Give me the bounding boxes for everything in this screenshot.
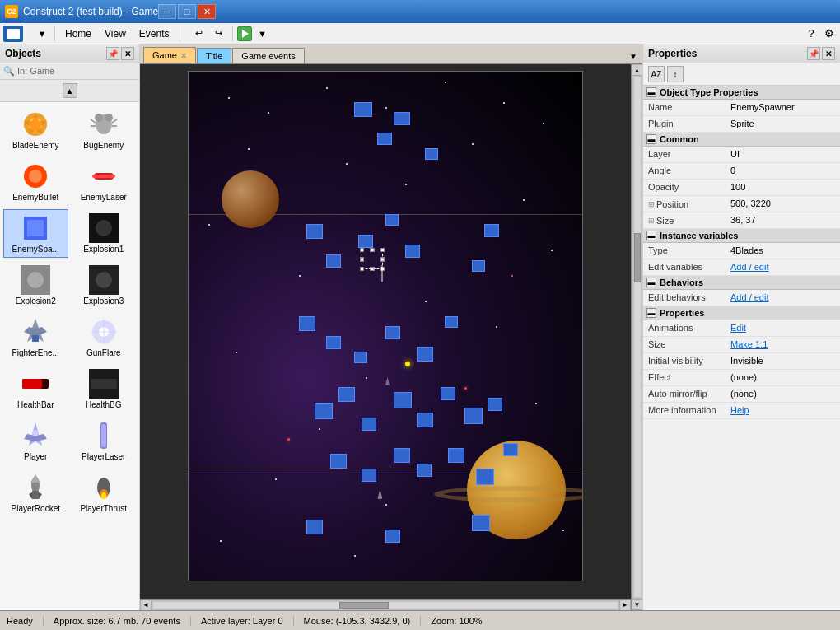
status-layer-text: Active layer: Layer 0 (201, 616, 283, 626)
tab-game[interactable]: Game ✕ (143, 47, 196, 63)
run-button[interactable] (237, 26, 252, 41)
redo-button[interactable]: ↪ (210, 25, 228, 43)
blue-block (394, 448, 410, 463)
section-behaviors[interactable]: ▬ Behaviors (643, 276, 840, 290)
settings-icon[interactable]: ⚙ (822, 26, 837, 41)
vscroll-thumb[interactable] (634, 233, 641, 282)
app-logo (3, 26, 23, 42)
hscroll-left-arrow[interactable]: ◄ (140, 600, 152, 611)
explosion3-label: Explosion3 (83, 296, 124, 306)
svg-rect-13 (92, 175, 115, 178)
props-sort-cat-button[interactable]: ↕ (667, 66, 684, 82)
object-item-playerlaser[interactable]: PlayerLaser (72, 417, 137, 465)
status-size-info: Approx. size: 6.7 mb. 70 events (44, 616, 191, 626)
tab-gameevents-label: Game events (241, 51, 295, 61)
prop-moreinfo-link[interactable]: Help (726, 403, 840, 418)
blue-block (385, 326, 400, 339)
healthbar-label: HealthBar (17, 400, 54, 409)
prop-position-row: ⊞ Position 500, 3220 (643, 196, 840, 212)
maximize-button[interactable]: □ (178, 4, 196, 19)
blue-block (326, 336, 341, 349)
blue-block (326, 254, 341, 268)
object-item-explosion3[interactable]: Explosion3 (72, 261, 137, 310)
object-item-playerthrust[interactable]: PlayerThrust (72, 469, 137, 517)
section-properties[interactable]: ▬ Properties (643, 306, 840, 320)
run-dropdown-button[interactable]: ▼ (254, 25, 272, 43)
planet-brown (222, 170, 279, 228)
prop-animations-link[interactable]: Edit (726, 320, 840, 336)
object-item-fighterenemy[interactable]: FighterEne... (3, 313, 68, 362)
props-pin-button[interactable]: 📌 (807, 47, 820, 60)
object-item-gunflare[interactable]: GunFlare (72, 313, 137, 362)
section-collapse-btn[interactable]: ▬ (646, 278, 656, 287)
hscroll-thumb[interactable] (339, 602, 389, 609)
tab-game-events[interactable]: Game events (232, 48, 304, 63)
undo-button[interactable]: ↩ (190, 25, 208, 43)
props-close-button[interactable]: ✕ (822, 47, 835, 60)
objects-close-button[interactable]: ✕ (121, 47, 134, 60)
object-item-bugenemy[interactable]: BugEnemy (72, 105, 137, 154)
blue-block (425, 148, 438, 160)
svg-marker-44 (39, 492, 42, 499)
object-item-enemylaser[interactable]: EnemyLaser (72, 157, 137, 206)
bugenemy-label: BugEnemy (83, 141, 124, 150)
svg-line-8 (112, 119, 117, 123)
section-object-type-props[interactable]: ▬ Object Type Properties (643, 86, 840, 100)
prop-size-prop-link[interactable]: Make 1:1 (726, 337, 840, 352)
object-item-explosion2[interactable]: Explosion2 (3, 261, 68, 310)
menu-home[interactable]: Home (58, 26, 98, 42)
svg-rect-31 (22, 379, 42, 389)
blue-block (362, 418, 376, 431)
dropdown-arrow-button[interactable]: ▼ (33, 25, 51, 43)
object-item-player[interactable]: Player (3, 417, 68, 465)
prop-mirror-key: Auto mirror/flip (643, 386, 726, 402)
prop-editbehaviors-link[interactable]: Add / edit (726, 290, 840, 306)
svg-point-17 (96, 220, 112, 236)
props-sort-alpha-button[interactable]: AZ (648, 66, 665, 82)
game-canvas-area[interactable] (140, 64, 631, 599)
section-common[interactable]: ▬ Common (643, 133, 840, 147)
enemyspawner-label: EnemySpa... (12, 245, 59, 254)
canvas-vscroll: ▲ ▼ (631, 64, 642, 610)
section-instance-vars[interactable]: ▬ Instance variables (643, 229, 840, 243)
tab-title[interactable]: Title (197, 48, 231, 63)
object-item-enemybullet[interactable]: EnemyBullet (3, 157, 68, 206)
hscroll-track[interactable] (153, 602, 618, 609)
object-item-healthbar[interactable]: HealthBar (3, 365, 68, 413)
object-item-playerrocket[interactable]: PlayerRocket (3, 469, 68, 517)
properties-panel: Properties 📌 ✕ AZ ↕ ▬ Object Type Proper… (642, 44, 840, 610)
section-collapse-btn[interactable]: ▬ (646, 308, 656, 318)
object-item-enemyspawner[interactable]: EnemySpa... (3, 209, 68, 258)
help-icon[interactable]: ? (804, 26, 819, 41)
tab-game-close[interactable]: ✕ (180, 51, 187, 60)
objects-pin-button[interactable]: 📌 (106, 47, 119, 60)
object-item-healthbg[interactable]: HealthBG (72, 365, 137, 413)
prop-editvars-link[interactable]: Add / edit (726, 259, 840, 275)
gunflare-label: GunFlare (86, 348, 121, 357)
playerthrust-icon (89, 473, 119, 502)
section-collapse-btn[interactable]: ▬ (646, 231, 656, 240)
gunflare-icon (89, 317, 119, 347)
vscroll-up-arrow[interactable]: ▲ (632, 64, 643, 76)
vscroll-track[interactable] (634, 77, 641, 597)
prop-name-row: Name EnemySpawner (643, 100, 840, 116)
prop-position-value: 500, 3220 (726, 196, 840, 212)
blue-block (394, 112, 410, 125)
section-behaviors-label: Behaviors (660, 278, 703, 287)
menu-events[interactable]: Events (133, 26, 176, 42)
object-item-explosion1[interactable]: Explosion1 (72, 209, 137, 258)
minimize-button[interactable]: ─ (158, 4, 176, 19)
blue-block (488, 398, 502, 411)
prop-size-prop-row: Size Make 1:1 (643, 337, 840, 353)
close-button[interactable]: ✕ (198, 4, 216, 19)
objects-up-button[interactable]: ▲ (63, 83, 77, 98)
hscroll-right-arrow[interactable]: ► (619, 600, 631, 611)
menu-view[interactable]: View (98, 26, 133, 42)
enemyspawner-icon (21, 213, 50, 243)
prop-effect-row: Effect (none) (643, 370, 840, 386)
tabs-overflow-arrow[interactable]: ▼ (624, 49, 642, 63)
section-collapse-btn[interactable]: ▬ (646, 134, 656, 144)
vscroll-down-arrow[interactable]: ▼ (632, 599, 643, 610)
section-collapse-btn[interactable]: ▬ (646, 87, 656, 97)
object-item-bladeenemy[interactable]: BladeEnemy (3, 105, 68, 154)
